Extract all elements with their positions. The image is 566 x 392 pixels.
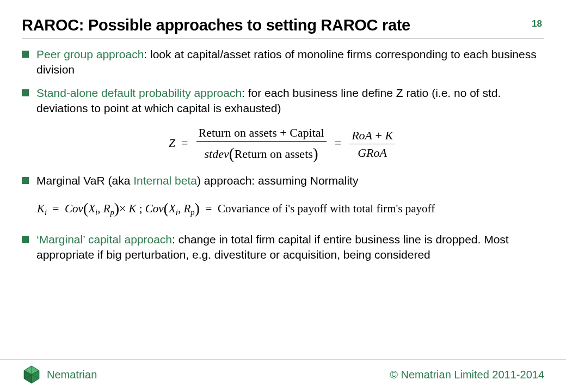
formula-token: × <box>119 202 126 215</box>
bullet-rest: ) approach: assuming Normality <box>197 174 358 187</box>
header-rule <box>22 39 544 39</box>
formula-token: K <box>128 202 136 215</box>
formula-token: GRoA <box>358 146 387 160</box>
brand-name: Nematrian <box>47 369 97 381</box>
page-number: 18 <box>532 19 542 29</box>
formula-token: ) <box>114 200 119 217</box>
formula-token: RoA <box>352 128 372 142</box>
logo-icon <box>22 365 41 384</box>
bullet-item: Marginal VaR (aka Internal beta) approac… <box>22 173 544 188</box>
slide-header: RAROC: Possible approaches to setting RA… <box>22 16 544 38</box>
formula-token: p <box>110 208 114 217</box>
formula-token: Return on assets <box>235 147 313 161</box>
formula-ki: Ki = Cov(Xi, Rp)× K ; Cov(Xi, Rp) = Cova… <box>37 197 544 218</box>
formula-token: , <box>178 202 181 215</box>
bullet-item: Stand-alone default probability approach… <box>22 85 544 115</box>
slide-footer: Nematrian © Nematrian Limited 2011-2014 <box>0 359 566 392</box>
formula-token: Cov <box>65 202 83 215</box>
fraction: RoA + K GRoA <box>349 127 395 161</box>
formula-token: R <box>183 202 190 215</box>
formula-token: K <box>385 128 393 142</box>
bullet-pre: Marginal VaR (aka <box>36 174 133 187</box>
fraction: Return on assets + Capital stdev(Return … <box>196 125 327 163</box>
bullet-icon <box>22 51 29 58</box>
formula-token: ( <box>229 145 235 162</box>
formula-token: ) <box>195 200 200 217</box>
bullet-icon <box>22 236 29 243</box>
formula-token: Z <box>169 136 175 150</box>
bullet-item: Peer group approach: look at capital/ass… <box>22 47 544 77</box>
bullet-text: ‘Marginal’ capital approach: change in t… <box>36 232 544 262</box>
formula-token: = <box>335 136 341 150</box>
formula-token: = <box>206 202 212 215</box>
formula-token: Covariance of i's payoff with total firm… <box>218 202 435 215</box>
slide-content: Peer group approach: look at capital/ass… <box>22 47 544 262</box>
formula-token: = <box>181 136 188 150</box>
formula-z: Z = Return on assets + Capital stdev(Ret… <box>22 125 544 163</box>
formula-token: R <box>103 202 110 215</box>
formula-token: Cov <box>145 202 164 215</box>
formula-token: Capital <box>290 126 324 139</box>
formula-token: i <box>45 208 47 217</box>
formula-token: ( <box>83 200 88 217</box>
bullet-lead: ‘Marginal’ capital approach <box>36 233 172 246</box>
formula-token: p <box>190 208 194 217</box>
bullet-icon <box>22 89 29 96</box>
bullet-lead: Stand-alone default probability approach <box>36 87 242 99</box>
slide: RAROC: Possible approaches to setting RA… <box>0 0 566 392</box>
formula-token: ; <box>139 202 145 215</box>
bullet-text: Stand-alone default probability approach… <box>36 85 544 115</box>
bullet-lead: Peer group approach <box>36 48 144 60</box>
formula-token: + <box>280 126 286 139</box>
bullet-text: Marginal VaR (aka Internal beta) approac… <box>36 173 544 188</box>
brand: Nematrian <box>22 365 97 384</box>
bullet-lead: Internal beta <box>133 174 197 187</box>
formula-token: Return on assets <box>199 126 277 139</box>
bullet-item: ‘Marginal’ capital approach: change in t… <box>22 232 544 262</box>
formula-token: K <box>37 202 45 215</box>
formula-token: ) <box>313 145 318 162</box>
formula-token: , <box>97 202 100 215</box>
bullet-text: Peer group approach: look at capital/ass… <box>36 47 544 77</box>
formula-token: stdev <box>205 147 229 161</box>
formula-token: = <box>53 202 59 215</box>
formula-token: ( <box>164 200 169 217</box>
slide-title: RAROC: Possible approaches to setting RA… <box>22 16 410 34</box>
bullet-icon <box>22 177 29 184</box>
formula-token: + <box>376 128 382 142</box>
formula-token: X <box>88 202 95 215</box>
formula-token: X <box>169 202 176 215</box>
copyright: © Nematrian Limited 2011-2014 <box>390 369 544 381</box>
